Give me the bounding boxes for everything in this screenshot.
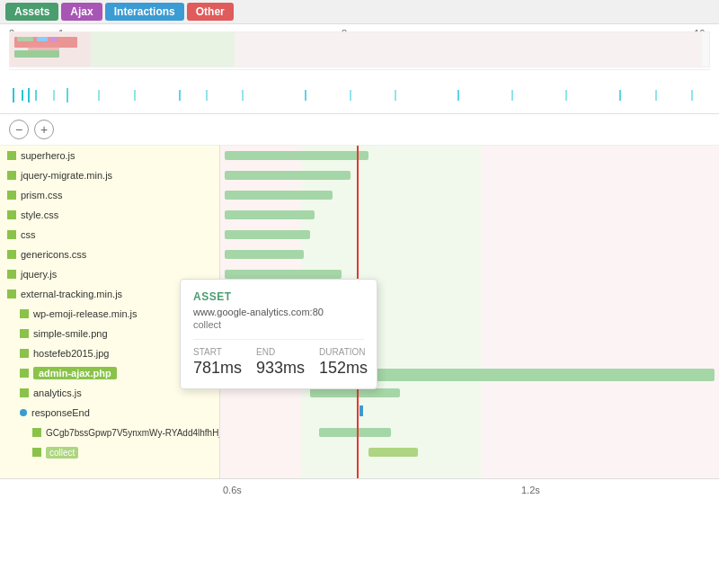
timeline-ruler: 0s 1s 8s 16s — [0, 24, 719, 114]
list-item-response-end[interactable]: responseEnd — [0, 403, 219, 423]
tooltip-divider — [193, 339, 364, 340]
tooltip-title: ASSET — [193, 290, 364, 303]
tooltip-stat-start: START 781ms — [193, 347, 242, 378]
resource-bar — [225, 210, 315, 219]
ruler-labels: 0s 1s 8s 16s — [0, 24, 719, 30]
response-end-marker — [360, 405, 363, 416]
list-item-collect[interactable]: collect — [0, 442, 219, 462]
bottom-ruler-label-1.2s: 1.2s — [521, 485, 540, 495]
resource-bar — [225, 151, 368, 160]
resource-bar — [225, 191, 333, 200]
list-item[interactable]: superhero.js — [0, 146, 219, 165]
bg-zone-pink-right — [481, 146, 719, 478]
tooltip-stat-end: END 933ms — [256, 347, 305, 378]
tab-other[interactable]: Other — [187, 3, 234, 21]
list-item[interactable]: style.css — [0, 205, 219, 225]
tooltip-popup: ASSET www.google-analytics.com:80 collec… — [180, 279, 377, 389]
resource-bar — [319, 428, 391, 437]
bottom-ruler: 0.6s 1.2s — [0, 478, 719, 500]
resource-bar — [310, 388, 400, 397]
resource-bar — [225, 250, 304, 259]
list-item[interactable]: jquery-migrate.min.js — [0, 165, 219, 185]
resource-bar — [225, 230, 310, 239]
resource-bar — [225, 270, 342, 279]
zoom-out-button[interactable]: − — [9, 120, 29, 139]
tab-interactions[interactable]: Interactions — [105, 3, 184, 21]
bottom-ruler-label-0.6s: 0.6s — [223, 485, 242, 495]
list-item[interactable]: prism.css — [0, 185, 219, 205]
tab-assets[interactable]: Assets — [5, 3, 58, 21]
tooltip-stats: START 781ms END 933ms DURATION 152ms — [193, 347, 364, 378]
list-item[interactable]: GCgb7bssGpwp7V5ynxmWy-RYAdd4lhfhHjBEc43T… — [0, 423, 219, 442]
resource-bar — [225, 171, 351, 180]
timeline-mini — [9, 69, 710, 114]
tooltip-path: collect — [193, 319, 364, 330]
tab-ajax[interactable]: Ajax — [61, 3, 102, 21]
tab-bar: Assets Ajax Interactions Other — [0, 0, 719, 24]
tooltip-url: www.google-analytics.com:80 — [193, 307, 364, 317]
zoom-controls: − + — [0, 114, 719, 146]
response-end-dot — [20, 409, 27, 416]
resource-bar-collect — [368, 448, 418, 457]
list-item[interactable]: genericons.css — [0, 245, 219, 264]
tooltip-stat-duration: DURATION 152ms — [319, 347, 368, 378]
list-item[interactable]: css — [0, 225, 219, 245]
zoom-in-button[interactable]: + — [34, 120, 54, 139]
